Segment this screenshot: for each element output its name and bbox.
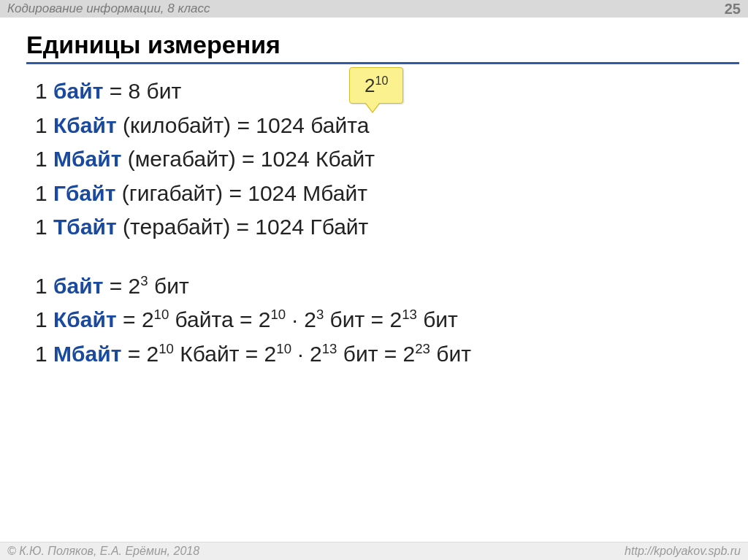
text: бит = 2: [337, 342, 415, 366]
text: (мегабайт) = 1024 Кбайт: [121, 147, 375, 171]
exp: 10: [271, 307, 286, 322]
text: бит = 2: [324, 307, 402, 331]
unit: Кбайт: [53, 307, 117, 331]
text: 1: [35, 113, 53, 137]
unit: Мбайт: [53, 147, 121, 171]
text: 1: [35, 274, 53, 298]
text: = 2: [103, 274, 140, 298]
unit: Кбайт: [53, 113, 117, 137]
exp: 3: [316, 307, 324, 322]
exp: 10: [154, 307, 169, 322]
line: 1 Мбайт = 210 Кбайт = 210 · 213 бит = 22…: [35, 337, 719, 372]
unit: Гбайт: [53, 181, 115, 205]
content: 210 1 байт = 8 бит 1 Кбайт (килобайт) = …: [35, 74, 719, 371]
line: 1 Гбайт (гигабайт) = 1024 Мбайт: [35, 177, 719, 211]
text: · 2: [291, 342, 322, 366]
header-subject: Кодирование информации, 8 класс: [7, 1, 210, 16]
text: (килобайт) = 1024 байта: [117, 113, 370, 137]
footer-url: http://kpolyakov.spb.ru: [625, 545, 741, 558]
page-number: 25: [725, 1, 741, 18]
title-underline: [26, 62, 739, 64]
text: = 2: [117, 307, 154, 331]
exp: 13: [322, 341, 337, 356]
line: 1 байт = 23 бит: [35, 269, 719, 304]
text: байта = 2: [169, 307, 270, 331]
exp: 3: [140, 273, 148, 288]
unit: Мбайт: [53, 342, 121, 366]
text: (гигабайт) = 1024 Мбайт: [115, 181, 367, 205]
text: Кбайт = 2: [174, 342, 276, 366]
unit: байт: [53, 79, 103, 103]
exp: 13: [402, 307, 417, 322]
line: 1 Кбайт (килобайт) = 1024 байта: [35, 109, 719, 143]
footer-bar: © К.Ю. Поляков, Е.А. Ерёмин, 2018 http:/…: [0, 542, 748, 560]
text: (терабайт) = 1024 Гбайт: [117, 215, 369, 239]
text: 1: [35, 215, 53, 239]
unit: байт: [53, 274, 103, 298]
exp: 10: [159, 341, 174, 356]
text: бит: [148, 274, 189, 298]
line: 1 Мбайт (мегабайт) = 1024 Кбайт: [35, 142, 719, 177]
text: бит: [417, 307, 458, 331]
footer-copyright: © К.Ю. Поляков, Е.А. Ерёмин, 2018: [7, 545, 199, 558]
exp: 10: [276, 341, 291, 356]
text: = 8 бит: [103, 79, 181, 103]
unit: Тбайт: [53, 215, 117, 239]
line: 1 Тбайт (терабайт) = 1024 Гбайт: [35, 210, 719, 245]
text: 1: [35, 181, 53, 205]
slide-title: Единицы измерения: [26, 31, 739, 59]
callout-base: 2: [365, 74, 375, 96]
header-bar: Кодирование информации, 8 класс 25: [0, 0, 748, 18]
text: = 2: [121, 342, 159, 366]
text: бит: [430, 342, 471, 366]
callout-exp: 10: [375, 74, 388, 87]
text: 1: [35, 147, 53, 171]
line: 1 Кбайт = 210 байта = 210 · 23 бит = 213…: [35, 303, 719, 337]
exp: 23: [415, 341, 430, 356]
text: 1: [35, 79, 53, 103]
slide: Кодирование информации, 8 класс 25 Едини…: [0, 0, 748, 560]
text: · 2: [286, 307, 316, 331]
block-powers: 1 байт = 23 бит 1 Кбайт = 210 байта = 21…: [35, 269, 719, 372]
text: 1: [35, 342, 53, 366]
callout-power: 210: [349, 67, 403, 104]
text: 1: [35, 307, 53, 331]
